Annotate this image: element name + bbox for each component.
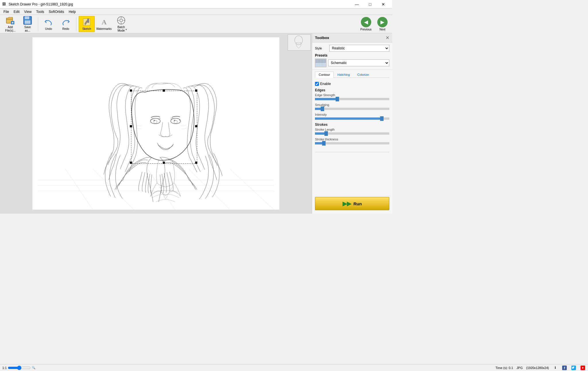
previous-circle: ◀ [361, 17, 371, 27]
batch-mode-icon [117, 16, 126, 25]
watermarks-label: Watermarks [96, 27, 112, 30]
stroke-thickness-track[interactable] [315, 142, 389, 144]
sketch-icon [82, 18, 91, 27]
watermarks-button[interactable]: A Watermarks [96, 16, 112, 32]
svg-rect-37 [195, 125, 198, 127]
smudging-label: Smudging [315, 103, 389, 107]
tabs-container: Contour Hatching Colorize [312, 70, 392, 80]
run-label: Run [353, 201, 362, 206]
add-files-button[interactable]: AddFile(s)... [2, 16, 18, 32]
stroke-thickness-label: Stroke thickness [315, 138, 389, 141]
presets-row: Schematic Light Dark Classic [315, 59, 389, 67]
smudging-container: Smudging [315, 103, 389, 110]
svg-point-31 [174, 120, 175, 121]
svg-point-10 [120, 19, 123, 22]
run-button[interactable]: ▶▶ Run [315, 197, 389, 210]
enable-label: Enable [320, 82, 331, 86]
main-container: Toolbox ✕ Style Realistic Cartoon Abstra… [0, 33, 392, 214]
intensity-container: Intensity [315, 113, 389, 120]
redo-icon [61, 18, 70, 27]
save-as-button[interactable]: Saveas... [20, 16, 36, 32]
menu-view[interactable]: View [22, 9, 34, 14]
svg-rect-38 [130, 162, 132, 164]
menu-tools[interactable]: Tools [34, 9, 47, 14]
canvas-area[interactable] [0, 33, 312, 214]
menu-softorbits[interactable]: SoftOrbits [47, 9, 66, 14]
style-label: Style [315, 47, 329, 50]
app-icon: 🖼 [2, 2, 7, 7]
run-arrow-icon: ▶▶ [343, 200, 351, 207]
toolbox-title: Toolbox [315, 36, 329, 40]
toolbox-panel: Toolbox ✕ Style Realistic Cartoon Abstra… [312, 33, 392, 214]
svg-rect-4 [25, 20, 30, 24]
redo-button[interactable]: Redo [58, 16, 74, 32]
intensity-track[interactable] [315, 117, 389, 120]
tab-content: Enable Edges Edge Strength Smudging [312, 80, 392, 150]
preset-icon [315, 59, 326, 67]
svg-rect-5 [26, 17, 28, 19]
menu-file[interactable]: File [1, 9, 11, 14]
menu-edit[interactable]: Edit [11, 9, 22, 14]
style-dropdown[interactable]: Realistic Cartoon Abstract [329, 45, 389, 52]
toolbox-spacer [312, 154, 392, 194]
tab-hatching[interactable]: Hatching [334, 72, 353, 78]
presets-dropdown[interactable]: Schematic Light Dark Classic [328, 59, 389, 66]
minimize-button[interactable]: — [350, 0, 363, 9]
batch-mode-label: BatchMode [117, 26, 125, 32]
edge-strength-label: Edge Strength [315, 93, 389, 97]
intensity-label: Intensity [315, 113, 389, 116]
run-section: ▶▶ Run [312, 194, 392, 214]
svg-rect-7 [87, 19, 89, 23]
title-bar: 🖼 Sketch Drawer Pro - girl-511883_1920.j… [0, 0, 392, 9]
batch-mode-button[interactable]: BatchMode ▾ [113, 16, 129, 32]
svg-rect-34 [163, 90, 165, 92]
watermarks-icon: A [99, 18, 109, 27]
strokes-label: Strokes [315, 123, 389, 127]
sketch-button[interactable]: Sketch [79, 16, 95, 32]
tab-contour[interactable]: Contour [315, 72, 334, 78]
sketch-label: Sketch [82, 27, 91, 30]
menu-bar: File Edit View Tools SoftOrbits Help [0, 9, 392, 15]
svg-rect-39 [163, 162, 165, 164]
menu-help[interactable]: Help [66, 9, 78, 14]
previous-button[interactable]: ◀ Previous [358, 16, 374, 32]
smudging-track[interactable] [315, 108, 389, 110]
maximize-button[interactable]: □ [363, 0, 377, 9]
svg-text:A: A [102, 18, 107, 26]
save-icon [23, 16, 32, 25]
sketch-image [32, 37, 279, 210]
window-title: Sketch Drawer Pro - girl-511883_1920.jpg [9, 2, 73, 6]
next-label: Next [380, 28, 386, 31]
toolbox-close-button[interactable]: ✕ [386, 35, 389, 40]
svg-rect-36 [130, 125, 132, 127]
svg-rect-40 [195, 162, 198, 164]
close-button[interactable]: ✕ [377, 0, 390, 9]
svg-rect-35 [195, 90, 198, 92]
stroke-length-container: Stroke Length [315, 128, 389, 135]
style-section: Style Realistic Cartoon Abstract Presets [312, 42, 392, 70]
undo-icon [44, 18, 53, 27]
sketch-canvas [32, 37, 279, 210]
stroke-thickness-container: Stroke thickness [315, 138, 389, 144]
add-files-icon [6, 16, 15, 25]
enable-checkbox[interactable] [315, 82, 319, 86]
presets-label: Presets [315, 53, 389, 57]
edge-strength-container: Edge Strength [315, 93, 389, 100]
next-button[interactable]: ▶ Next [375, 16, 390, 32]
next-circle: ▶ [377, 17, 388, 27]
toolbox-separator [315, 152, 389, 152]
svg-rect-33 [130, 90, 132, 92]
tab-bar: Contour Hatching Colorize [315, 72, 389, 78]
undo-button[interactable]: Undo [40, 16, 57, 32]
svg-rect-15 [288, 35, 310, 51]
edge-strength-track[interactable] [315, 98, 389, 100]
tab-colorize[interactable]: Colorize [354, 72, 373, 78]
edges-label: Edges [315, 88, 389, 92]
enable-row: Enable [315, 82, 389, 86]
previous-label: Previous [360, 28, 372, 31]
toolbar-sep-1 [38, 17, 38, 31]
thumbnail-svg [288, 34, 310, 51]
save-label: Saveas... [24, 26, 31, 32]
stroke-length-track[interactable] [315, 132, 389, 135]
toolbar-sep-2 [76, 17, 76, 31]
